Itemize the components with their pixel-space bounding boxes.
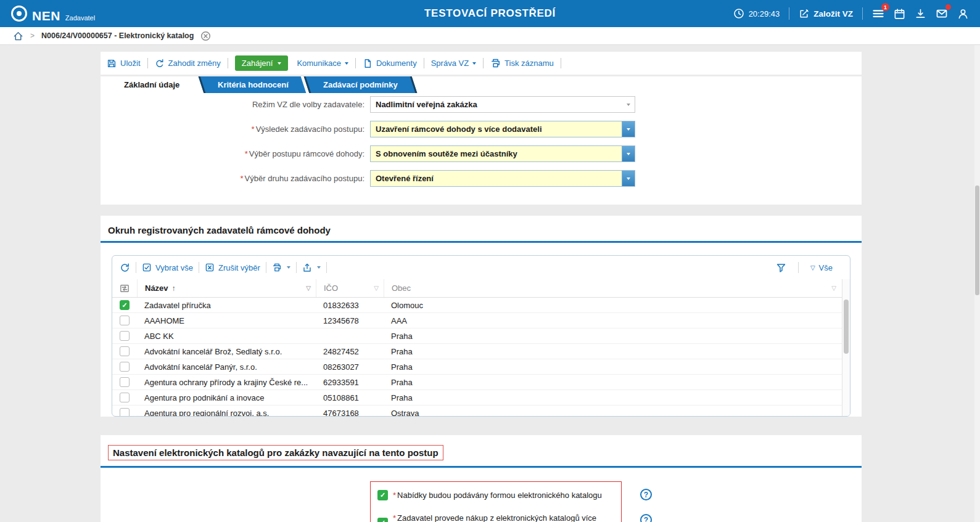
table-row[interactable]: Agentura ochrany přírody a krajiny České… [112, 375, 850, 390]
separator [355, 58, 356, 68]
filter-triangle-icon[interactable]: ▽ [306, 285, 311, 292]
clock: 20:29:43 [733, 8, 780, 19]
row-checkbox[interactable] [120, 300, 130, 310]
home-button[interactable] [13, 31, 23, 41]
grid-scrollbar-thumb[interactable] [844, 300, 849, 354]
catalog-settings-section: Nastavení elektronických katalogů pro za… [101, 435, 862, 522]
export-button[interactable] [302, 263, 321, 272]
filter-triangle-icon[interactable]: ▽ [374, 285, 379, 292]
table-row[interactable]: AAAHOME 12345678 AAA [112, 313, 850, 328]
row-checkbox[interactable] [120, 316, 130, 325]
required-asterisk: * [393, 491, 396, 500]
refresh-button[interactable] [120, 263, 130, 273]
home-icon [13, 31, 23, 41]
field-label: *Výběr druhu zadávacího postupu: [101, 174, 370, 183]
required-asterisk: * [252, 124, 255, 134]
cell-nazev: Zadavatel příručka [137, 301, 316, 310]
table-row[interactable]: Agentura pro podnikání a inovace 0510886… [112, 390, 850, 406]
printer-icon [490, 58, 501, 68]
checkbox-catalog-offers[interactable] [377, 490, 388, 500]
rezim-vz-select[interactable]: Nadlimitní veřejná zakázka [370, 96, 635, 113]
help-icon[interactable]: ? [640, 514, 652, 522]
section-title-validation: Nastavení elektronických katalogů pro za… [108, 445, 443, 460]
checkbox-label: *Nabídky budou podávány formou elektroni… [393, 491, 602, 500]
page-scrollbar[interactable] [974, 45, 980, 522]
table-row[interactable]: Advokátní kancelář Brož, Sedlatý s.r.o. … [112, 344, 850, 359]
tab-zadavaci-podminky[interactable]: Zadávací podmínky [304, 76, 417, 93]
calendar-button[interactable] [894, 8, 905, 20]
page-scrollbar-thumb[interactable] [975, 186, 979, 295]
row-checkbox[interactable] [120, 362, 130, 372]
start-procedure-button[interactable]: Zahájení [235, 55, 289, 71]
vysledek-postupu-select[interactable]: Uzavření rámcové dohody s více dodavatel… [370, 121, 635, 137]
cell-nazev: Agentura pro podnikání a inovace [137, 393, 316, 402]
druh-postupu-select[interactable]: Otevřené řízení [370, 170, 635, 187]
row-checkbox[interactable] [120, 393, 130, 402]
grid-scrollbar[interactable] [842, 279, 850, 416]
clock-time: 20:29:43 [749, 9, 780, 18]
form-row: *Výběr postupu rámcové dohody: S obnoven… [101, 145, 862, 162]
messages-button[interactable] [936, 7, 948, 20]
discard-changes-button[interactable]: Zahodit změny [155, 59, 221, 68]
row-checkbox[interactable] [120, 408, 130, 417]
select-all-button[interactable]: Vybrat vše [142, 263, 193, 272]
breadcrumb-item[interactable]: N006/24/V00000657 - Elektronický katalog [41, 31, 194, 40]
table-row[interactable]: ABC KK Praha [112, 328, 850, 344]
row-checkbox[interactable] [120, 346, 130, 356]
help-column: ? ? [640, 481, 652, 522]
funnel-icon [776, 263, 786, 273]
sort-asc-icon: ↑ [172, 284, 176, 293]
help-icon[interactable]: ? [640, 489, 652, 500]
form-panel: Základní údaje Kritéria hodnocení Zadáva… [101, 76, 862, 205]
communication-menu[interactable]: Komunikace [297, 59, 348, 68]
cell-nazev: Agentura ochrany přírody a krajiny České… [137, 378, 316, 387]
cell-nazev: Agentura pro regionální rozvoj, a.s. [137, 409, 316, 417]
clear-selection-button[interactable]: Zrušit výběr [205, 263, 260, 272]
table-row[interactable]: Advokátní kancelář Panýr, s.r.o. 0826302… [112, 359, 850, 375]
save-button[interactable]: Uložit [107, 59, 141, 68]
close-circle-icon [200, 31, 211, 41]
column-chooser-icon [120, 283, 130, 293]
manage-vz-menu[interactable]: Správa VZ [431, 59, 476, 68]
separator [326, 262, 327, 273]
separator [483, 58, 484, 68]
column-header-nazev[interactable]: Název ↑ ▽ [137, 279, 316, 297]
user-button[interactable] [957, 8, 969, 20]
cell-obec: Praha [384, 378, 841, 387]
table-row[interactable]: Zadavatel příručka 01832633 Olomouc [112, 298, 850, 313]
form-fields: Režim VZ dle volby zadavatele: Nadlimitn… [101, 96, 862, 187]
separator [862, 7, 863, 20]
close-record-button[interactable] [200, 31, 211, 41]
download-button[interactable] [915, 8, 926, 20]
filter-triangle-icon[interactable]: ▽ [831, 285, 836, 292]
row-checkbox[interactable] [120, 377, 130, 387]
column-header-ico[interactable]: IČO ▽ [316, 279, 384, 297]
column-chooser-button[interactable] [112, 279, 137, 297]
print-record-button[interactable]: Tisk záznamu [490, 58, 554, 68]
brand[interactable]: NEN Zadavatel [11, 6, 95, 22]
row-checkbox[interactable] [120, 331, 130, 341]
checkbox-multi-supplier-purchase[interactable] [377, 518, 388, 522]
top-bar: NEN Zadavatel TESTOVACÍ PROSTŘEDÍ 20:29:… [0, 0, 980, 27]
tab-kriteria-hodnoceni[interactable]: Kritéria hodnocení [199, 76, 307, 93]
cell-obec: Ostrava [384, 409, 841, 417]
chevron-down-icon [287, 266, 290, 269]
menu-button[interactable]: 1 [872, 7, 884, 20]
triangle-down-icon: ▽ [810, 264, 815, 271]
tab-zakladni-udaje[interactable]: Základní údaje [105, 76, 198, 93]
checkbox-check-icon [142, 263, 152, 272]
cell-nazev: Advokátní kancelář Brož, Sedlatý s.r.o. [137, 347, 316, 356]
grid-print-button[interactable] [272, 263, 290, 272]
brand-name: NEN [32, 9, 60, 22]
view-all-dropdown[interactable]: ▽ Vše [810, 263, 833, 272]
column-header-obec[interactable]: Obec ▽ [384, 279, 841, 297]
filter-button[interactable] [776, 263, 786, 273]
cell-ico: 47673168 [316, 409, 384, 417]
separator [296, 262, 297, 273]
create-vz-button[interactable]: Založit VZ [799, 9, 853, 19]
postup-ramcove-dohody-select[interactable]: S obnovením soutěže mezi účastníky [370, 145, 635, 162]
table-row[interactable]: Agentura pro regionální rozvoj, a.s. 476… [112, 406, 850, 417]
documents-button[interactable]: Dokumenty [363, 59, 417, 68]
field-label: *Výběr postupu rámcové dohody: [101, 149, 370, 158]
chevron-down-icon [278, 62, 281, 65]
